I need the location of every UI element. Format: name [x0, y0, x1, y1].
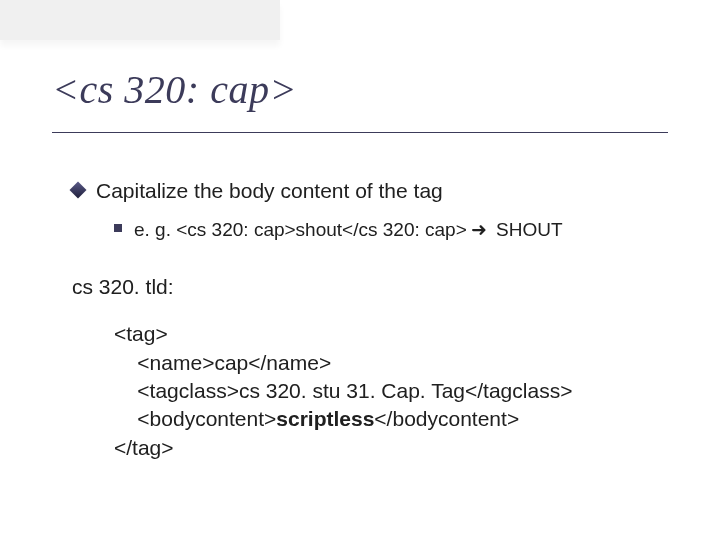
code-line-1: <tag> — [114, 322, 168, 345]
title-rule — [52, 132, 668, 133]
bullet-level-2: e. g. <cs 320: cap>shout</cs 320: cap>➜ … — [114, 216, 668, 244]
arrow-right-icon: ➜ — [467, 216, 491, 244]
sub-prefix: e. g. — [134, 219, 176, 240]
bullet-level-1: Capitalize the body content of the tag — [72, 176, 668, 206]
code-line-3: <tagclass>cs 320. stu 31. Cap. Tag</tagc… — [114, 379, 572, 402]
code-line-5: </tag> — [114, 436, 174, 459]
tld-filename-label: cs 320. tld: — [72, 272, 668, 302]
code-line-4a: <bodycontent> — [114, 407, 276, 430]
header-shadow-strip — [0, 0, 280, 40]
bullet-sub-text: e. g. <cs 320: cap>shout</cs 320: cap>➜ … — [134, 216, 563, 244]
slide: <cs 320: cap> Capitalize the body conten… — [0, 0, 720, 540]
sub-result: SHOUT — [491, 219, 563, 240]
code-line-4-keyword: scriptless — [276, 407, 374, 430]
bullet-main-text: Capitalize the body content of the tag — [96, 176, 443, 206]
sub-code: <cs 320: cap>shout</cs 320: cap> — [176, 219, 466, 240]
code-block: <tag> <name>cap</name> <tagclass>cs 320.… — [114, 320, 668, 462]
square-bullet-icon — [114, 224, 122, 232]
code-line-4c: </bodycontent> — [374, 407, 519, 430]
code-line-2: <name>cap</name> — [114, 351, 331, 374]
diamond-bullet-icon — [70, 182, 87, 199]
slide-title: <cs 320: cap> — [52, 66, 297, 113]
slide-content: Capitalize the body content of the tag e… — [72, 176, 668, 462]
